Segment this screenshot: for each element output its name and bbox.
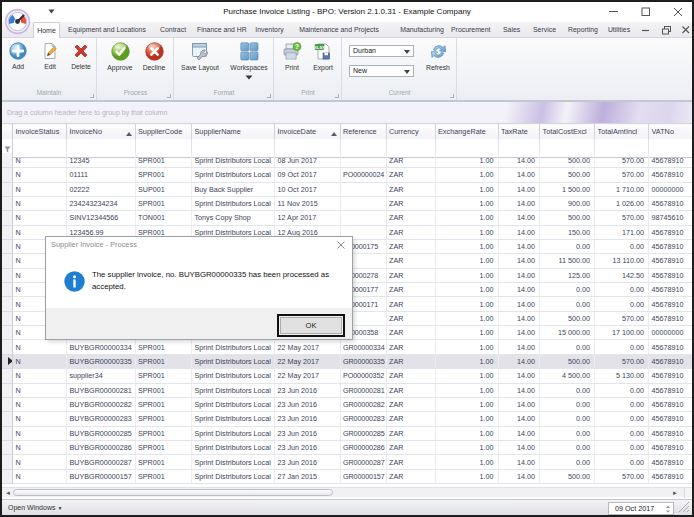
- svg-text:XLSX: XLSX: [314, 45, 325, 50]
- svg-text:?: ?: [295, 43, 299, 50]
